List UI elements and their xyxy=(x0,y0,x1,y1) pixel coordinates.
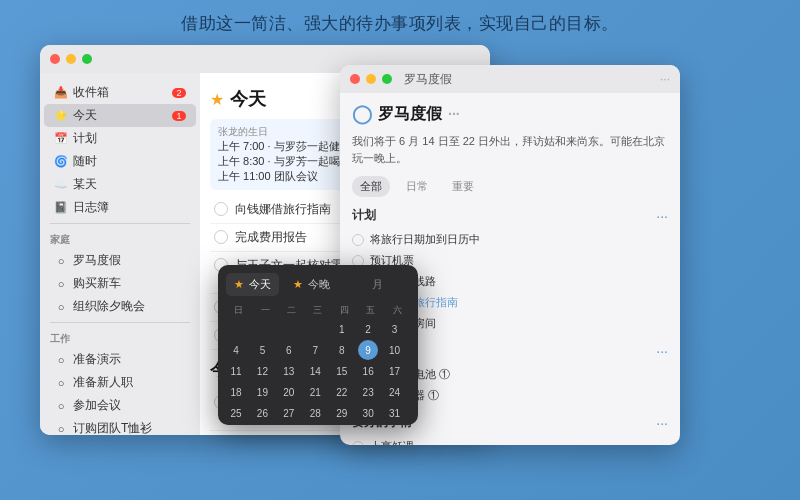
cal-day[interactable]: 14 xyxy=(305,361,325,381)
task-text-1: 完成费用报告 xyxy=(235,229,307,246)
cal-day[interactable]: 6 xyxy=(279,340,299,360)
cal-day[interactable]: 2 xyxy=(358,319,378,339)
cal-day[interactable]: 19 xyxy=(252,382,272,402)
cal-day[interactable] xyxy=(252,319,272,339)
detail-circle-icon: ◯ xyxy=(352,103,372,125)
cal-day[interactable]: 21 xyxy=(305,382,325,402)
cal-day[interactable]: 18 xyxy=(226,382,246,402)
cal-day[interactable]: 26 xyxy=(252,403,272,423)
cal-day[interactable]: 27 xyxy=(279,403,299,423)
cal-day[interactable]: 10 xyxy=(385,340,405,360)
wd-0: 日 xyxy=(226,304,251,317)
sidebar: 📥 收件箱 2 ⭐ 今天 1 📅 计划 🌀 随 xyxy=(40,73,200,435)
detail-title-span: 罗马度假 xyxy=(378,104,442,125)
sidebar-item-prepare[interactable]: ○ 准备演示 xyxy=(44,348,196,371)
cal-day[interactable]: 17 xyxy=(385,361,405,381)
todo-cb-0[interactable] xyxy=(352,441,364,446)
cal-day[interactable]: 3 xyxy=(385,319,405,339)
cal-month-display: 月 xyxy=(344,273,410,296)
plan-cb-0[interactable] xyxy=(352,234,364,246)
wd-1: 一 xyxy=(252,304,277,317)
tab-important[interactable]: 重要 xyxy=(444,176,482,197)
cal-day[interactable]: 25 xyxy=(226,403,246,423)
sidebar-item-someday[interactable]: ☁️ 某天 xyxy=(44,173,196,196)
task-text-0: 向钱娜借旅行指南 xyxy=(235,201,331,218)
detail-close[interactable] xyxy=(350,74,360,84)
cal-days: 1234567891011121314151617181920212223242… xyxy=(226,319,410,425)
cal-day[interactable]: 13 xyxy=(279,361,299,381)
cal-day[interactable]: 12 xyxy=(252,361,272,381)
cal-weekdays: 日 一 二 三 四 五 六 xyxy=(226,304,410,317)
cal-day[interactable]: 1 xyxy=(332,319,352,339)
todo-task-0[interactable]: 上烹饪课 xyxy=(352,436,668,445)
cal-day[interactable]: 15 xyxy=(332,361,352,381)
cal-day[interactable]: 1 xyxy=(226,424,246,425)
sidebar-item-meeting[interactable]: ○ 参加会议 xyxy=(44,394,196,417)
journal-label: 日志簿 xyxy=(73,199,109,216)
cal-day[interactable]: 22 xyxy=(332,382,352,402)
cal-day[interactable] xyxy=(358,424,378,425)
cal-grid: 日 一 二 三 四 五 六 12345678910111213141516171… xyxy=(218,300,418,425)
todo-more-button[interactable]: ··· xyxy=(656,415,668,431)
cal-day[interactable]: 11 xyxy=(226,361,246,381)
detail-task-title: ◯ 罗马度假 ··· xyxy=(352,103,668,125)
new-hire-icon: ○ xyxy=(54,376,68,390)
cal-tonight-label: 今晚 xyxy=(308,277,330,292)
cal-tonight-item[interactable]: ★ 今晚 xyxy=(285,273,338,296)
tab-daily[interactable]: 日常 xyxy=(398,176,436,197)
cal-day[interactable] xyxy=(305,319,325,339)
minimize-button[interactable] xyxy=(66,54,76,64)
tab-all[interactable]: 全部 xyxy=(352,176,390,197)
sidebar-item-organize[interactable]: ○ 组织除夕晚会 xyxy=(44,295,196,318)
buy-more-button[interactable]: ··· xyxy=(656,343,668,359)
cal-day[interactable]: 8 xyxy=(332,340,352,360)
cal-day[interactable]: 24 xyxy=(385,382,405,402)
cal-day[interactable] xyxy=(385,424,405,425)
cal-day[interactable]: 28 xyxy=(305,403,325,423)
cal-day[interactable] xyxy=(226,319,246,339)
cal-day[interactable]: 31 xyxy=(385,403,405,423)
sidebar-item-inbox[interactable]: 📥 收件箱 2 xyxy=(44,81,196,104)
sidebar-item-roman[interactable]: ○ 罗马度假 xyxy=(44,249,196,272)
sidebar-item-buy-car[interactable]: ○ 购买新车 xyxy=(44,272,196,295)
cal-day[interactable]: 30 xyxy=(358,403,378,423)
cal-day[interactable] xyxy=(332,424,352,425)
buy-car-icon: ○ xyxy=(54,277,68,291)
cal-day[interactable]: 20 xyxy=(279,382,299,402)
plan-label: 计划 xyxy=(73,130,97,147)
detail-max[interactable] xyxy=(382,74,392,84)
maximize-button[interactable] xyxy=(82,54,92,64)
sidebar-item-shirt[interactable]: ○ 订购团队T恤衫 xyxy=(44,417,196,435)
cal-month-label: 月 xyxy=(372,277,383,292)
page-title: 借助这一简洁、强大的待办事项列表，实现自己的目标。 xyxy=(181,12,619,35)
inbox-icon: 📥 xyxy=(54,86,68,100)
cal-day[interactable]: 3 xyxy=(279,424,299,425)
sidebar-item-journal[interactable]: 📓 日志簿 xyxy=(44,196,196,219)
cal-day[interactable]: 7 xyxy=(305,340,325,360)
sidebar-item-plan[interactable]: 📅 计划 xyxy=(44,127,196,150)
sidebar-item-random[interactable]: 🌀 随时 xyxy=(44,150,196,173)
cal-day[interactable]: 23 xyxy=(358,382,378,402)
prepare-icon: ○ xyxy=(54,353,68,367)
detail-titlebar: 罗马度假 ··· xyxy=(340,65,680,93)
cal-day[interactable] xyxy=(279,319,299,339)
plan-task-0[interactable]: 将旅行日期加到日历中 xyxy=(352,229,668,250)
sidebar-item-new-hire[interactable]: ○ 准备新人职 xyxy=(44,371,196,394)
cal-day[interactable]: 16 xyxy=(358,361,378,381)
today-icon: ⭐ xyxy=(54,109,68,123)
cal-day[interactable]: 2 xyxy=(252,424,272,425)
cal-day[interactable] xyxy=(305,424,325,425)
task-checkbox-1[interactable] xyxy=(214,230,228,244)
cal-day[interactable]: 4 xyxy=(226,340,246,360)
cal-day[interactable]: 9 xyxy=(358,340,378,360)
cal-day[interactable]: 5 xyxy=(252,340,272,360)
detail-min[interactable] xyxy=(366,74,376,84)
cal-day[interactable]: 29 xyxy=(332,403,352,423)
plan-icon: 📅 xyxy=(54,132,68,146)
task-checkbox-0[interactable] xyxy=(214,202,228,216)
plan-more-button[interactable]: ··· xyxy=(656,208,668,224)
today-section-title: 今天 xyxy=(230,87,266,111)
cal-today-item[interactable]: ★ 今天 xyxy=(226,273,279,296)
sidebar-item-today[interactable]: ⭐ 今天 1 xyxy=(44,104,196,127)
close-button[interactable] xyxy=(50,54,60,64)
